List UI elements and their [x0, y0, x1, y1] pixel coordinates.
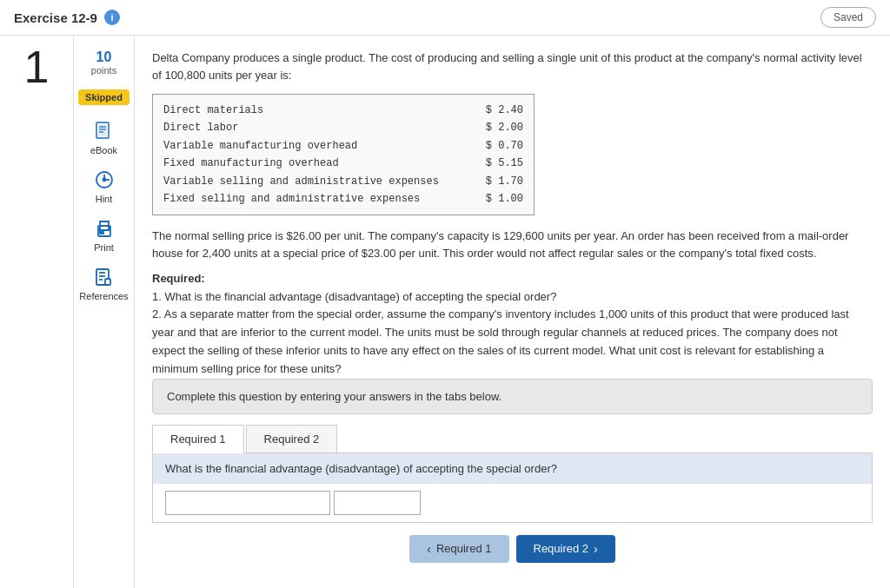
- references-icon: [91, 265, 116, 289]
- prev-button-label: Required 1: [436, 542, 492, 555]
- exercise-number: 1: [24, 44, 50, 89]
- cost-label-3: Fixed manufacturing overhead: [163, 155, 471, 172]
- ebook-label: eBook: [90, 145, 117, 155]
- tab-required-1[interactable]: Required 1: [152, 425, 244, 453]
- header-left: Exercise 12-9 i: [14, 10, 120, 25]
- tab-content: What is the financial advantage (disadva…: [152, 453, 873, 523]
- cost-label-5: Fixed selling and administrative expense…: [163, 190, 471, 208]
- normal-text: The normal selling price is $26.00 per u…: [152, 228, 873, 262]
- next-button-label: Required 2: [534, 542, 589, 555]
- tabs-container: Required 1 Required 2: [152, 425, 873, 453]
- required-heading: Required:: [152, 272, 873, 285]
- cost-value-3: $ 5.15: [471, 155, 523, 172]
- problem-intro: Delta Company produces a single product.…: [152, 50, 873, 83]
- exercise-title: Exercise 12-9: [14, 10, 97, 25]
- table-row: Fixed manufacturing overhead $ 5.15: [163, 155, 523, 172]
- required-list: 1. What is the financial advantage (disa…: [152, 288, 873, 379]
- icon-sidebar: 10 points Skipped eBook Hint Print: [74, 36, 135, 588]
- info-icon[interactable]: i: [104, 10, 120, 25]
- table-row: Variable manufacturing overhead $ 0.70: [163, 137, 523, 155]
- table-row: Direct materials $ 2.40: [163, 102, 523, 119]
- print-label: Print: [94, 242, 114, 253]
- content-area: Delta Company produces a single product.…: [135, 36, 890, 588]
- sidebar-item-print[interactable]: Print: [92, 216, 116, 253]
- table-row: Direct labor $ 2.00: [163, 119, 523, 136]
- ebook-icon: [91, 119, 116, 143]
- required-item-1: 1. What is the financial advantage (disa…: [152, 288, 873, 307]
- sidebar-item-references[interactable]: References: [79, 265, 128, 301]
- hint-label: Hint: [96, 194, 113, 204]
- next-button[interactable]: Required 2 ›: [516, 535, 615, 563]
- answer-input-1[interactable]: [165, 491, 330, 515]
- cost-value-4: $ 1.70: [471, 173, 523, 190]
- table-row: Fixed selling and administrative expense…: [163, 190, 523, 208]
- page-header: Exercise 12-9 i Saved: [0, 0, 890, 36]
- tab-required-2[interactable]: Required 2: [246, 425, 338, 453]
- points-number: 10: [91, 50, 116, 65]
- svg-point-8: [103, 179, 105, 182]
- complete-banner: Complete this question by entering your …: [152, 379, 873, 414]
- cost-value-5: $ 1.00: [471, 190, 523, 208]
- hint-icon: [92, 168, 116, 192]
- points-info: 10 points: [91, 50, 116, 76]
- sidebar-item-ebook[interactable]: eBook: [90, 119, 117, 155]
- cost-label-4: Variable selling and administrative expe…: [163, 173, 471, 190]
- skipped-badge: Skipped: [78, 89, 130, 105]
- main-layout: 1 10 points Skipped eBook Hint Print: [0, 36, 890, 588]
- navigation-buttons: ‹ Required 1 Required 2 ›: [152, 535, 873, 563]
- number-sidebar: 1: [0, 36, 74, 588]
- required-item-2: 2. As a separate matter from the special…: [152, 306, 873, 378]
- cost-value-1: $ 2.00: [471, 119, 523, 136]
- cost-value-0: $ 2.40: [471, 102, 523, 119]
- cost-label-2: Variable manufacturing overhead: [163, 137, 471, 155]
- cost-label-0: Direct materials: [163, 102, 471, 119]
- print-icon: [92, 216, 116, 241]
- sidebar-item-hint[interactable]: Hint: [92, 168, 116, 204]
- cost-value-2: $ 0.70: [471, 137, 523, 155]
- svg-rect-16: [105, 279, 110, 285]
- references-label: References: [79, 291, 128, 301]
- answer-input-2[interactable]: [334, 491, 421, 515]
- svg-rect-10: [100, 232, 103, 234]
- tab-inputs-row: [153, 484, 872, 522]
- table-row: Variable selling and administrative expe…: [163, 173, 523, 190]
- points-label: points: [91, 65, 116, 76]
- cost-table: Direct materials $ 2.40 Direct labor $ 2…: [152, 94, 535, 215]
- next-arrow: ›: [594, 542, 598, 556]
- required-section: Required: 1. What is the financial advan…: [152, 272, 873, 379]
- prev-button[interactable]: ‹ Required 1: [409, 535, 508, 563]
- cost-label-1: Direct labor: [163, 119, 471, 136]
- prev-arrow: ‹: [427, 542, 431, 556]
- saved-badge: Saved: [820, 7, 876, 28]
- tab-question: What is the financial advantage (disadva…: [153, 453, 872, 484]
- svg-rect-1: [98, 124, 107, 136]
